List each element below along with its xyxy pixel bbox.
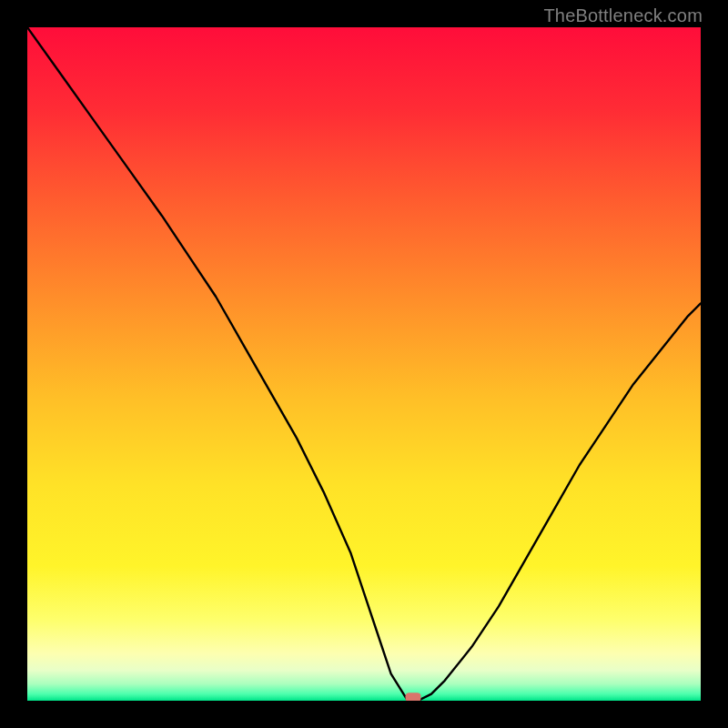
optimal-marker bbox=[406, 693, 421, 701]
chart-svg bbox=[27, 27, 701, 701]
gradient-background bbox=[27, 27, 701, 701]
watermark-label: TheBottleneck.com bbox=[543, 5, 703, 26]
bottleneck-chart bbox=[27, 27, 701, 701]
